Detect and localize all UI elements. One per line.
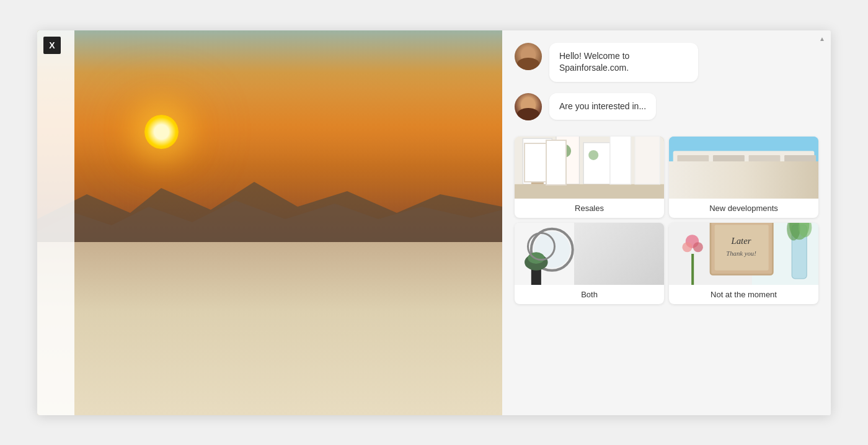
svg-rect-22 xyxy=(784,174,816,189)
svg-rect-18 xyxy=(784,155,816,170)
svg-rect-28 xyxy=(585,223,588,285)
chat-panel: ▲ Hello! Welcome to Spainforsale.com. Ar… xyxy=(502,30,831,415)
svg-rect-30 xyxy=(593,229,660,275)
chat-bubble-1: Hello! Welcome to Spainforsale.com. xyxy=(549,43,698,82)
svg-rect-5 xyxy=(583,143,610,184)
image-panel: X xyxy=(37,30,502,415)
svg-rect-20 xyxy=(713,174,745,189)
choice-not-now[interactable]: Later Thank you! xyxy=(669,223,818,304)
avatar-1 xyxy=(515,43,542,70)
svg-point-33 xyxy=(528,252,544,264)
svg-rect-17 xyxy=(749,155,781,170)
chat-text-1: Hello! Welcome to Spainforsale.com. xyxy=(559,51,629,73)
new-dev-label: New developments xyxy=(669,199,818,218)
svg-rect-15 xyxy=(677,155,709,170)
avatar-2 xyxy=(515,93,542,120)
svg-rect-9 xyxy=(515,184,664,198)
choice-grid: Resales xyxy=(515,137,818,304)
chat-text-2: Are you interested in... xyxy=(559,101,646,111)
svg-rect-29 xyxy=(590,223,665,285)
svg-rect-43 xyxy=(691,254,694,285)
svg-rect-11 xyxy=(635,137,660,184)
wall-left xyxy=(37,30,74,415)
both-image xyxy=(515,223,664,285)
svg-text:Later: Later xyxy=(731,236,751,246)
choice-new-dev[interactable]: New developments xyxy=(669,137,818,218)
svg-rect-24 xyxy=(713,192,745,199)
svg-rect-37 xyxy=(715,225,769,271)
not-now-image: Later Thank you! xyxy=(669,223,818,285)
svg-rect-3 xyxy=(523,138,552,184)
message-row-1: Hello! Welcome to Spainforsale.com. xyxy=(515,43,818,82)
svg-rect-16 xyxy=(713,155,745,170)
not-now-label: Not at the moment xyxy=(669,285,818,304)
background-image xyxy=(37,30,502,415)
resales-label: Resales xyxy=(515,199,664,218)
svg-point-8 xyxy=(588,150,598,160)
svg-text:Thank you!: Thank you! xyxy=(726,249,756,256)
scroll-up-button[interactable]: ▲ xyxy=(818,35,826,43)
main-container: X ▲ Hello! Welcome to Spainforsale.com. xyxy=(37,30,831,415)
choice-both[interactable]: Both xyxy=(515,223,664,304)
svg-point-7 xyxy=(558,144,571,157)
new-dev-image xyxy=(669,137,818,199)
chat-bubble-2: Are you interested in... xyxy=(549,93,656,120)
svg-rect-4 xyxy=(556,137,579,184)
svg-rect-19 xyxy=(677,174,709,189)
svg-rect-13 xyxy=(669,168,818,199)
both-label: Both xyxy=(515,285,664,304)
svg-rect-10 xyxy=(610,137,631,184)
choice-resales[interactable]: Resales xyxy=(515,137,664,218)
svg-rect-6 xyxy=(531,163,544,184)
close-button[interactable]: X xyxy=(43,37,61,54)
svg-rect-23 xyxy=(677,192,709,199)
sun-element xyxy=(144,115,179,149)
resales-image xyxy=(515,137,664,199)
svg-point-42 xyxy=(693,242,703,252)
svg-point-41 xyxy=(682,242,692,252)
message-row-2: Are you interested in... xyxy=(515,93,818,120)
terrace-area xyxy=(37,242,502,415)
svg-rect-21 xyxy=(749,174,781,189)
